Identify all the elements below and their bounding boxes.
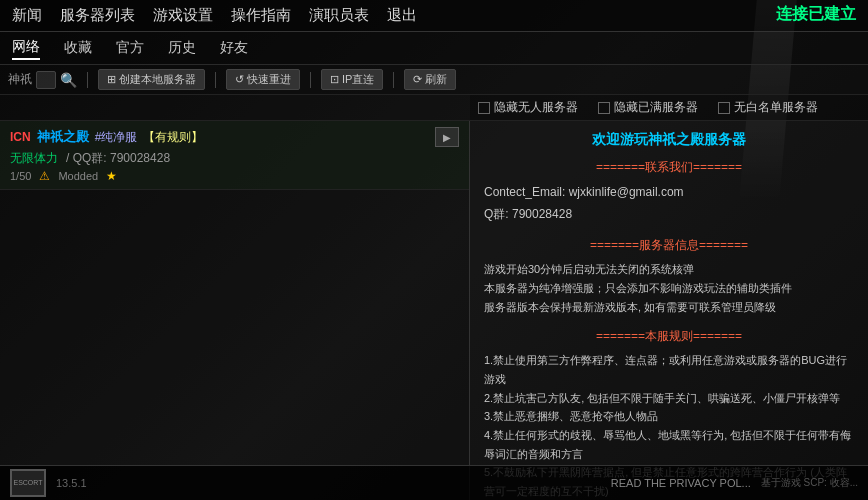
server-modded: Modded xyxy=(58,170,98,182)
rule-3: 4.禁止任何形式的歧视、辱骂他人、地域黑等行为, 包括但不限于任何带有侮辱词汇的… xyxy=(484,426,854,463)
server-tag: ICN xyxy=(10,130,31,144)
checkbox-hide-empty[interactable] xyxy=(478,102,490,114)
info-title: =======服务器信息======= xyxy=(484,237,854,254)
rules-title: =======本服规则======= xyxy=(484,328,854,345)
sub-nav-official[interactable]: 官方 xyxy=(116,37,144,59)
star-icon: ★ xyxy=(106,169,117,183)
server-name: 神祇之殿 xyxy=(37,128,89,146)
version-text: 13.5.1 xyxy=(56,477,87,489)
server-list-panel: ICN 神祇之殿 #纯净服 【有规则】 ▶ 无限体力 / QQ群: 790028… xyxy=(0,121,470,500)
filter-label: 神祇 xyxy=(8,71,32,88)
contact-section: =======联系我们======= Contect_Email: wjxkin… xyxy=(484,159,854,225)
server-item-header: ICN 神祇之殿 #纯净服 【有规则】 ▶ xyxy=(10,127,459,147)
server-unlimited: 无限体力 xyxy=(10,150,58,167)
detail-welcome: 欢迎游玩神祇之殿服务器 xyxy=(484,131,854,149)
checkbox-hide-full[interactable] xyxy=(598,102,610,114)
server-item[interactable]: ICN 神祇之殿 #纯净服 【有规则】 ▶ 无限体力 / QQ群: 790028… xyxy=(0,121,469,190)
bottom-right: READ THE PRIVACY POL... 基于游戏 SCP: 收容... xyxy=(611,476,858,490)
bottom-bar: ESCORT 13.5.1 READ THE PRIVACY POL... 基于… xyxy=(0,465,868,500)
create-server-icon: ⊞ xyxy=(107,73,116,86)
ip-direct-icon: ⊡ xyxy=(330,73,339,86)
server-qq: / QQ群: 790028428 xyxy=(66,150,170,167)
contact-email: Contect_Email: wjxkinlife@gmail.com xyxy=(484,182,854,204)
filter-section: 神祇 🔍 xyxy=(8,71,77,89)
contact-qq: Q群: 790028428 xyxy=(484,204,854,226)
divider-1 xyxy=(87,72,88,88)
nav-game-settings[interactable]: 游戏设置 xyxy=(153,6,213,25)
divider-2 xyxy=(215,72,216,88)
play-button[interactable]: ▶ xyxy=(435,127,459,147)
toolbar: 神祇 🔍 ⊞ 创建本地服务器 ↺ 快速重进 ⊡ IP直连 ⟳ 刷新 xyxy=(0,65,868,95)
privacy-link[interactable]: READ THE PRIVACY POL... xyxy=(611,477,751,489)
escort-badge: ESCORT xyxy=(10,469,46,497)
divider-4 xyxy=(393,72,394,88)
create-server-button[interactable]: ⊞ 创建本地服务器 xyxy=(98,69,205,90)
filter-hide-full[interactable]: 隐藏已满服务器 xyxy=(598,99,698,116)
warn-icon: ⚠ xyxy=(39,169,50,183)
nav-credits[interactable]: 演职员表 xyxy=(309,6,369,25)
filter-bar: 隐藏无人服务器 隐藏已满服务器 无白名单服务器 xyxy=(470,95,868,121)
search-icon[interactable]: 🔍 xyxy=(60,72,77,88)
quick-restart-icon: ↺ xyxy=(235,73,244,86)
sub-nav-network[interactable]: 网络 xyxy=(12,36,40,60)
checkbox-no-whitelist[interactable] xyxy=(718,102,730,114)
refresh-button[interactable]: ⟳ 刷新 xyxy=(404,69,456,90)
filter-no-whitelist[interactable]: 无白名单服务器 xyxy=(718,99,818,116)
refresh-icon: ⟳ xyxy=(413,73,422,86)
search-input[interactable] xyxy=(36,71,56,89)
filter-hide-empty[interactable]: 隐藏无人服务器 xyxy=(478,99,578,116)
sub-nav-favorites[interactable]: 收藏 xyxy=(64,37,92,59)
nav-server-list[interactable]: 服务器列表 xyxy=(60,6,135,25)
sub-nav-friends[interactable]: 好友 xyxy=(220,37,248,59)
server-list-filter-placeholder xyxy=(0,95,470,121)
top-nav: 新闻 服务器列表 游戏设置 操作指南 演职员表 退出 xyxy=(0,0,868,32)
info-line-0: 游戏开始30分钟后启动无法关闭的系统核弹 xyxy=(484,260,854,279)
sub-nav-history[interactable]: 历史 xyxy=(168,37,196,59)
info-line-1: 本服务器为纯净增强服；只会添加不影响游戏玩法的辅助类插件 xyxy=(484,279,854,298)
server-pure: #纯净服 xyxy=(95,129,138,146)
server-rules: 【有规则】 xyxy=(143,129,203,146)
ip-direct-button[interactable]: ⊡ IP直连 xyxy=(321,69,383,90)
contact-title: =======联系我们======= xyxy=(484,159,854,176)
server-item-body: 无限体力 / QQ群: 790028428 xyxy=(10,150,459,167)
rule-2: 3.禁止恶意捆绑、恶意抢夺他人物品 xyxy=(484,407,854,426)
server-detail-panel: 欢迎游玩神祇之殿服务器 =======联系我们======= Contect_E… xyxy=(470,121,868,500)
nav-exit[interactable]: 退出 xyxy=(387,6,417,25)
main-layout: ICN 神祇之殿 #纯净服 【有规则】 ▶ 无限体力 / QQ群: 790028… xyxy=(0,121,868,500)
nav-news[interactable]: 新闻 xyxy=(12,6,42,25)
info-section: =======服务器信息======= 游戏开始30分钟后启动无法关闭的系统核弹… xyxy=(484,237,854,316)
divider-3 xyxy=(310,72,311,88)
escort-text: ESCORT xyxy=(13,479,42,487)
rule-0: 1.禁止使用第三方作弊程序、连点器；或利用任意游戏或服务器的BUG进行游戏 xyxy=(484,351,854,388)
rule-1: 2.禁止坑害己方队友, 包括但不限于随手关门、哄骗送死、小僵尸开核弹等 xyxy=(484,389,854,408)
nav-guide[interactable]: 操作指南 xyxy=(231,6,291,25)
bottom-left: ESCORT 13.5.1 xyxy=(10,469,87,497)
connection-status: 连接已建立 xyxy=(776,4,856,25)
based-on-text: 基于游戏 SCP: 收容... xyxy=(761,476,858,490)
sub-nav: 网络 收藏 官方 历史 好友 xyxy=(0,32,868,65)
info-line-2: 服务器版本会保持最新游戏版本, 如有需要可联系管理员降级 xyxy=(484,298,854,317)
quick-restart-button[interactable]: ↺ 快速重进 xyxy=(226,69,300,90)
server-item-footer: 1/50 ⚠ Modded ★ xyxy=(10,169,459,183)
server-players: 1/50 xyxy=(10,170,31,182)
